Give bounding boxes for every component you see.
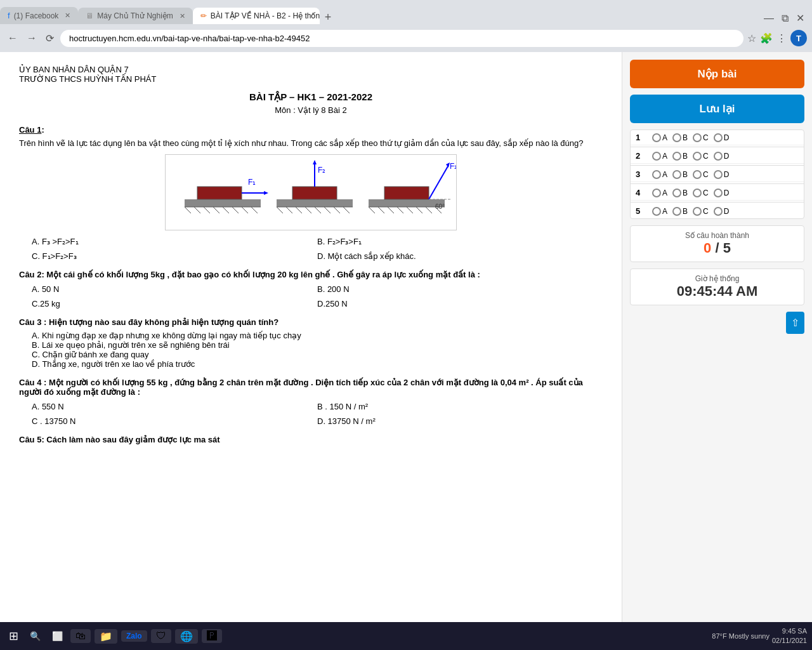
q1-answer-b: B. F₂>F₃>F₁ bbox=[317, 237, 603, 246]
exam-favicon-icon: ✏ bbox=[200, 11, 207, 20]
tab-server[interactable]: 🖥 Máy Chủ Thử Nghiệm ✕ bbox=[78, 8, 192, 24]
radio-circle-3c bbox=[693, 170, 702, 179]
taskbar-app-pocket[interactable]: 🅿 bbox=[202, 629, 222, 643]
exam-content: ỦY BAN NHÂN DÂN QUẬN 7 TRƯỜNG THCS HUỲNH… bbox=[0, 52, 622, 622]
taskbar-app-file-explorer[interactable]: 📁 bbox=[95, 629, 117, 644]
separator-3 bbox=[631, 183, 804, 184]
reload-button[interactable]: ⟳ bbox=[43, 30, 56, 47]
radio-3-b[interactable]: B bbox=[672, 170, 688, 179]
radio-4-b[interactable]: B bbox=[672, 189, 688, 197]
tab-exam[interactable]: ✏ BÀI TẬP VỀ NHÀ - B2 - Hệ thống... ✕ bbox=[193, 8, 320, 24]
q-num-3: 3 bbox=[636, 169, 648, 179]
radio-3-a[interactable]: A bbox=[652, 170, 667, 179]
luu-lai-button[interactable]: Lưu lại bbox=[630, 95, 804, 123]
taskbar-app-antivirus[interactable]: 🛡 bbox=[151, 629, 171, 643]
answer-row-1: 1 A B C D bbox=[631, 130, 804, 145]
task-view-button[interactable]: ⬜ bbox=[48, 628, 67, 644]
svg-rect-28 bbox=[369, 199, 445, 207]
radio-5-b[interactable]: B bbox=[672, 207, 688, 216]
close-icon[interactable]: ✕ bbox=[794, 12, 807, 24]
radio-1-a[interactable]: A bbox=[652, 133, 667, 142]
radio-2-a[interactable]: A bbox=[652, 152, 667, 161]
school-header: ỦY BAN NHÂN DÂN QUẬN 7 TRƯỜNG THCS HUỲNH… bbox=[19, 65, 603, 84]
bookmark-icon[interactable]: ☆ bbox=[747, 32, 756, 44]
svg-line-7 bbox=[232, 207, 239, 213]
facebook-favicon-icon: f bbox=[8, 11, 10, 20]
radio-1-b[interactable]: B bbox=[672, 133, 688, 142]
stats-current: 0 bbox=[704, 240, 711, 256]
radio-circle-3b bbox=[672, 170, 681, 179]
radio-group-5: A B C D bbox=[652, 207, 729, 216]
question-4-answers: A. 550 N B . 150 N / m² C . 13750 N D. 1… bbox=[32, 402, 603, 426]
clock-display-time: 9:45 SA bbox=[772, 627, 807, 636]
exam-subtitle: Môn : Vật lý 8 Bài 2 bbox=[19, 105, 603, 115]
q2-answer-b: B. 200 N bbox=[317, 284, 603, 294]
tab-close-facebook[interactable]: ✕ bbox=[65, 11, 70, 20]
new-tab-button[interactable]: + bbox=[320, 11, 337, 24]
radio-circle-3a bbox=[652, 170, 661, 179]
radio-circle-2a bbox=[652, 152, 661, 161]
radio-3-c[interactable]: C bbox=[693, 170, 709, 179]
q2-answer-d: D.250 N bbox=[317, 299, 603, 308]
svg-rect-14 bbox=[277, 199, 353, 207]
radio-circle-1a bbox=[652, 133, 661, 142]
stats-separator: / bbox=[715, 240, 723, 256]
radio-2-c[interactable]: C bbox=[693, 152, 709, 161]
svg-line-35 bbox=[416, 207, 422, 213]
stats-label: Số câu hoàn thành bbox=[636, 231, 799, 240]
radio-5-a[interactable]: A bbox=[652, 207, 667, 216]
profile-button[interactable]: T bbox=[790, 30, 807, 46]
answer-row-5: 5 A B C D bbox=[631, 204, 804, 218]
force-diagram-svg: F₁ bbox=[165, 154, 457, 230]
restore-icon[interactable]: ⧉ bbox=[779, 13, 791, 24]
separator-1 bbox=[631, 147, 804, 147]
radio-2-b[interactable]: B bbox=[672, 152, 688, 161]
start-button[interactable]: ⊞ bbox=[5, 627, 22, 646]
server-favicon-icon: 🖥 bbox=[86, 11, 93, 20]
radio-4-c[interactable]: C bbox=[693, 189, 709, 197]
taskbar-app-store[interactable]: 🛍 bbox=[70, 629, 91, 643]
taskbar-clock: 9:45 SA 02/11/2021 bbox=[772, 627, 807, 646]
radio-circle-5a bbox=[652, 207, 661, 216]
stats-box: Số câu hoàn thành 0 / 5 bbox=[630, 225, 804, 262]
back-button[interactable]: ← bbox=[5, 30, 20, 46]
nop-bai-button[interactable]: Nộp bài bbox=[630, 60, 804, 88]
scroll-up-button[interactable]: ⇧ bbox=[786, 312, 804, 334]
clock-display-date: 02/11/2021 bbox=[772, 636, 807, 646]
svg-line-22 bbox=[334, 207, 340, 213]
radio-3-d[interactable]: D bbox=[714, 170, 730, 179]
svg-line-30 bbox=[369, 207, 375, 213]
extensions-icon[interactable]: 🧩 bbox=[760, 32, 773, 44]
clock-box: Giờ hệ thống 09:45:44 AM bbox=[630, 269, 804, 305]
q4-answer-b: B . 150 N / m² bbox=[317, 402, 603, 411]
forward-button[interactable]: → bbox=[24, 30, 39, 46]
svg-line-34 bbox=[407, 207, 413, 213]
answer-row-3: 3 A B C D bbox=[631, 167, 804, 182]
tab-close-server[interactable]: ✕ bbox=[180, 12, 185, 20]
taskbar-app-chrome[interactable]: 🌐 bbox=[175, 629, 198, 644]
radio-circle-1b bbox=[672, 133, 681, 142]
minimize-icon[interactable]: — bbox=[761, 13, 776, 24]
school-line2: TRƯỜNG THCS HUỲNH TẤN PHÁT bbox=[19, 74, 603, 84]
q1-answer-d: D. Một cách sắp xếp khác. bbox=[317, 251, 603, 261]
tab-facebook[interactable]: f (1) Facebook ✕ bbox=[0, 7, 78, 24]
svg-line-2 bbox=[185, 207, 191, 213]
q1-answer-a: A. F₃ >F₂>F₁ bbox=[32, 237, 317, 246]
radio-4-a[interactable]: A bbox=[652, 189, 667, 197]
radio-1-c[interactable]: C bbox=[693, 133, 709, 142]
radio-2-d[interactable]: D bbox=[714, 152, 730, 161]
svg-rect-38 bbox=[384, 187, 429, 199]
address-bar: ← → ⟳ ☆ 🧩 ⋮ T bbox=[0, 24, 812, 52]
menu-icon[interactable]: ⋮ bbox=[776, 32, 787, 44]
radio-4-d[interactable]: D bbox=[714, 189, 730, 197]
radio-1-d[interactable]: D bbox=[714, 133, 730, 142]
q3-answer-b: B. Lái xe quẹo phải, người trên xe sẽ ng… bbox=[32, 340, 603, 350]
taskbar-app-zalo[interactable]: Zalo bbox=[121, 630, 147, 642]
radio-circle-1d bbox=[714, 133, 723, 142]
radio-5-c[interactable]: C bbox=[693, 207, 709, 216]
address-input[interactable] bbox=[60, 30, 743, 47]
q4-answer-d: D. 13750 N / m² bbox=[317, 416, 603, 426]
search-button[interactable]: 🔍 bbox=[26, 628, 44, 644]
radio-5-d[interactable]: D bbox=[714, 207, 730, 216]
q4-answer-c: C . 13750 N bbox=[32, 416, 317, 426]
